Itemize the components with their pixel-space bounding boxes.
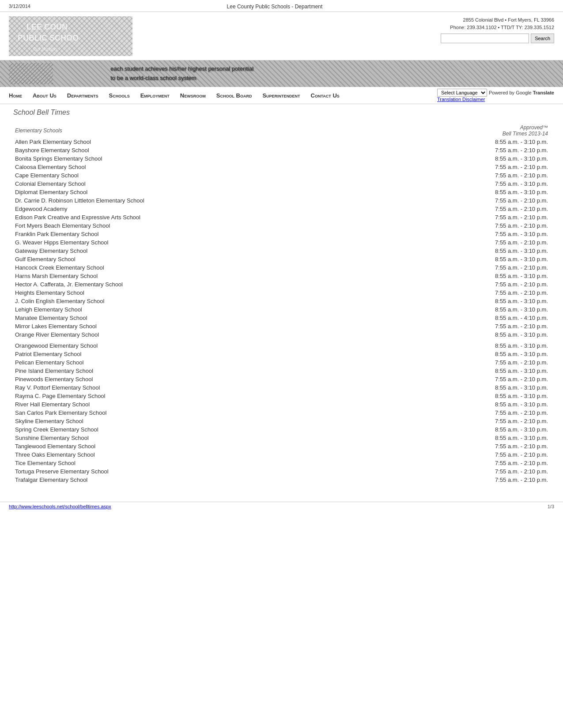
table-row: Hancock Creek Elementary School7:55 a.m.… (13, 263, 550, 272)
school-name: Pinewoods Elementary School (13, 375, 389, 383)
table-row: Pinewoods Elementary School7:55 a.m. - 2… (13, 375, 550, 383)
school-name: Gateway Elementary School (13, 247, 389, 255)
table-row: J. Colin English Elementary School8:55 a… (13, 297, 550, 305)
language-select[interactable]: Select Language (437, 89, 487, 97)
school-time: 7:55 a.m. - 2:10 p.m. (389, 409, 550, 417)
nav-school-board[interactable]: School Board (216, 92, 252, 99)
address-line2: Phone: 239.334.1102 • TTD/T TY: 239.335.… (450, 24, 554, 31)
school-time: 7:55 a.m. - 2:10 p.m. (389, 263, 550, 272)
table-row: Gateway Elementary School8:55 a.m. - 3:1… (13, 247, 550, 255)
table-row: Caloosa Elementary School7:55 a.m. - 2:1… (13, 163, 550, 171)
nav-schools[interactable]: Schools (109, 92, 130, 99)
translate-disclaimer[interactable]: Translation Disclaimer (437, 97, 485, 102)
school-name: Orange River Elementary School (13, 330, 389, 339)
nav-about[interactable]: About Us (33, 92, 57, 99)
school-time: 8:55 a.m. - 3:10 p.m. (389, 188, 550, 196)
table-row: Edison Park Creative and Expressive Arts… (13, 213, 550, 221)
table-row: G. Weaver Hipps Elementary School7:55 a.… (13, 238, 550, 247)
footer-url[interactable]: http://www.leeschools.net/school/belltim… (9, 504, 111, 509)
nav-departments[interactable]: Departments (67, 92, 98, 99)
school-name: Sunshine Elementary School (13, 434, 389, 442)
nav-contact[interactable]: Contact Us (311, 92, 340, 99)
school-time: 7:55 a.m. - 2:10 p.m. (389, 238, 550, 247)
school-time: 8:55 a.m. - 3:10 p.m. (389, 138, 550, 146)
school-name: Manatee Elementary School (13, 314, 389, 322)
translate-powered: Powered by Google Translate (489, 90, 554, 95)
col-header-school: Elementary Schools (13, 124, 389, 138)
school-time: 7:55 a.m. - 2:10 p.m. (389, 171, 550, 180)
svg-text:Our Mission:: Our Mission: (33, 47, 58, 52)
table-row: Hector A. Cafferata, Jr. Elementary Scho… (13, 280, 550, 289)
school-time: 7:55 a.m. - 2:10 p.m. (389, 221, 550, 230)
school-time: 8:55 a.m. - 3:10 p.m. (389, 425, 550, 434)
school-name: Harns Marsh Elementary School (13, 272, 389, 280)
table-row: Diplomat Elementary School8:55 a.m. - 3:… (13, 188, 550, 196)
school-time: 7:55 a.m. - 2:10 p.m. (389, 213, 550, 221)
school-name: Tice Elementary School (13, 459, 389, 467)
table-row: Tortuga Preserve Elementary School7:55 a… (13, 467, 550, 476)
school-name: Caloosa Elementary School (13, 163, 389, 171)
school-name: Hancock Creek Elementary School (13, 263, 389, 272)
school-time: 8:55 a.m. - 3:10 p.m. (389, 367, 550, 375)
search-input[interactable] (441, 34, 529, 43)
table-row: Edgewood Academy7:55 a.m. - 2:10 p.m. (13, 205, 550, 213)
nav-newsroom[interactable]: Newsroom (180, 92, 206, 99)
school-time: 7:55 a.m. - 3:10 p.m. (389, 180, 550, 188)
logo-image: LEE COUN PUBLIC SCHOO Our Mission: (9, 16, 132, 56)
school-name: Edison Park Creative and Expressive Arts… (13, 213, 389, 221)
school-time: 7:55 a.m. - 2:10 p.m. (389, 476, 550, 484)
school-time: 7:55 a.m. - 2:10 p.m. (389, 205, 550, 213)
table-row: Fort Myers Beach Elementary School7:55 a… (13, 221, 550, 230)
table-row: Orange River Elementary School8:55 a.m. … (13, 330, 550, 339)
school-name: G. Weaver Hipps Elementary School (13, 238, 389, 247)
footer-bar: http://www.leeschools.net/school/belltim… (0, 502, 563, 511)
school-name: Three Oaks Elementary School (13, 450, 389, 459)
mission-banner: each student achieves his/her highest pe… (0, 60, 563, 87)
table-row: Orangewood Elementary School8:55 a.m. - … (13, 341, 550, 350)
school-name: Trafalgar Elementary School (13, 476, 389, 484)
school-name: Dr. Carrie D. Robinson Littleton Element… (13, 196, 389, 205)
table-row: Lehigh Elementary School8:55 a.m. - 3:10… (13, 305, 550, 314)
table-row: Harns Marsh Elementary School8:55 a.m. -… (13, 272, 550, 280)
nav-employment[interactable]: Employment (140, 92, 170, 99)
table-row: Gulf Elementary School8:55 a.m. - 3:10 p… (13, 255, 550, 263)
table-row: Colonial Elementary School7:55 a.m. - 3:… (13, 180, 550, 188)
table-header-row: Elementary Schools Approved™ Bell Times … (13, 124, 550, 138)
school-name: Pelican Elementary School (13, 358, 389, 367)
school-time: 8:55 a.m. - 4:10 p.m. (389, 314, 550, 322)
table-row: Allen Park Elementary School8:55 a.m. - … (13, 138, 550, 146)
nav-home[interactable]: Home (9, 92, 22, 99)
school-name: Hector A. Cafferata, Jr. Elementary Scho… (13, 280, 389, 289)
school-name: Gulf Elementary School (13, 255, 389, 263)
mission-text: each student achieves his/her highest pe… (110, 64, 253, 83)
main-content: School Bell Times Elementary Schools App… (0, 104, 563, 497)
table-row: Pelican Elementary School7:55 a.m. - 2:1… (13, 358, 550, 367)
school-time: 7:55 a.m. - 3:10 p.m. (389, 230, 550, 238)
school-name: Edgewood Academy (13, 205, 389, 213)
svg-text:PUBLIC SCHOO: PUBLIC SCHOO (18, 34, 79, 42)
nav-superintendent[interactable]: Superintendent (262, 92, 300, 99)
school-time: 8:55 a.m. - 3:10 p.m. (389, 255, 550, 263)
header: LEE COUN PUBLIC SCHOO Our Mission: 2855 … (0, 12, 563, 60)
school-name: San Carlos Park Elementary School (13, 409, 389, 417)
school-name: Bonita Springs Elementary School (13, 154, 389, 163)
page-heading: School Bell Times (13, 109, 550, 116)
school-time: 7:55 a.m. - 2:10 p.m. (389, 375, 550, 383)
school-name: Franklin Park Elementary School (13, 230, 389, 238)
school-time: 8:55 a.m. - 3:10 p.m. (389, 297, 550, 305)
school-time: 7:55 a.m. - 2:10 p.m. (389, 417, 550, 425)
table-row: Patriot Elementary School8:55 a.m. - 3:1… (13, 350, 550, 358)
school-time: 8:55 a.m. - 3:10 p.m. (389, 341, 550, 350)
address-line1: 2855 Colonial Blvd • Fort Myers, FL 3396… (450, 16, 554, 24)
school-time: 7:55 a.m. - 2:10 p.m. (389, 289, 550, 297)
table-row: Mirror Lakes Elementary School7:55 a.m. … (13, 322, 550, 330)
schools-tbody: Allen Park Elementary School8:55 a.m. - … (13, 138, 550, 484)
school-time: 8:55 a.m. - 3:10 p.m. (389, 330, 550, 339)
school-name: J. Colin English Elementary School (13, 297, 389, 305)
table-row: Rayma C. Page Elementary School8:55 a.m.… (13, 392, 550, 400)
school-time: 8:55 a.m. - 3:10 p.m. (389, 383, 550, 392)
school-time: 7:55 a.m. - 2:10 p.m. (389, 442, 550, 450)
school-name: Bayshore Elementary School (13, 146, 389, 154)
search-button[interactable]: Search (531, 34, 554, 43)
school-name: Tanglewood Elementary School (13, 442, 389, 450)
